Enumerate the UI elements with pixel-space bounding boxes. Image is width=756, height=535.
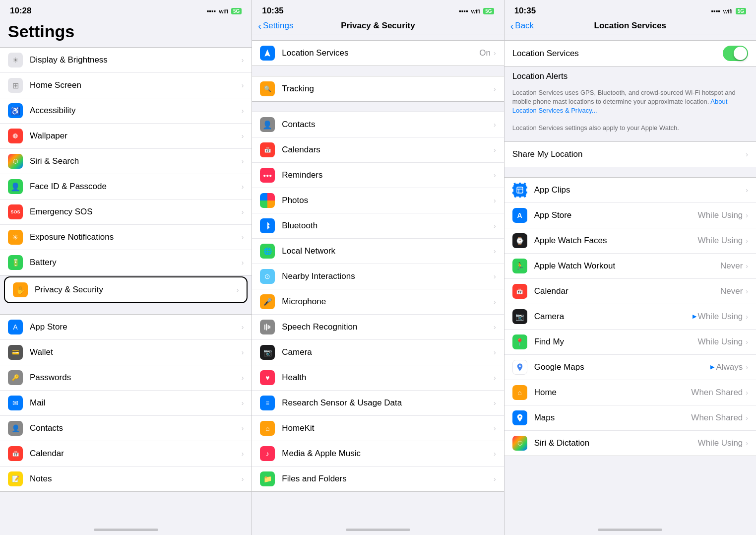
list-item-speechrec-p[interactable]: Speech Recognition › (252, 315, 504, 340)
home-indicator-2 (252, 524, 504, 535)
list-item-research-p[interactable]: ≡ Research Sensor & Usage Data › (252, 391, 504, 416)
chevron-appclips: › (746, 186, 748, 194)
list-item-battery[interactable]: 🔋 Battery › (0, 250, 252, 275)
list-item-maps-loc[interactable]: Maps When Shared › (504, 405, 756, 431)
list-item-calendar-loc[interactable]: 📅 Calendar Never › (504, 279, 756, 304)
share-my-location-item[interactable]: Share My Location › (504, 142, 756, 167)
list-item-camera-p[interactable]: 📷 Camera › (252, 340, 504, 365)
list-item-appclips[interactable]: App Clips › (504, 178, 756, 203)
camera-p-label: Camera (282, 347, 494, 357)
camera-loc-label: Camera (534, 312, 693, 322)
back-button-2[interactable]: ‹ Settings (258, 21, 293, 31)
passwords-icon: 🔑 (8, 370, 23, 385)
list-item-tracking[interactable]: 🔍 Tracking › (252, 76, 504, 101)
chevron-camera-p: › (494, 348, 496, 356)
location-description: Location Services uses GPS, Bluetooth, a… (504, 82, 756, 122)
chevron-notes: › (242, 475, 244, 483)
localnet-p-icon: 🌐 (260, 244, 275, 259)
list-item-watchfaces-loc[interactable]: ⌚ Apple Watch Faces While Using › (504, 228, 756, 254)
chevron-faceid: › (242, 183, 244, 191)
googlemaps-loc-arrow-icon: ▶ (710, 364, 714, 370)
list-item-googlemaps-loc[interactable]: Google Maps ▶ Always › (504, 355, 756, 380)
list-item-localnet-p[interactable]: 🌐 Local Network › (252, 239, 504, 264)
list-item-files-p[interactable]: 📁 Files and Folders › (252, 467, 504, 491)
wallpaper-label: Wallpaper (30, 131, 242, 141)
settings-group-top: ☀ Display & Brightness › ⊞ Home Screen ›… (0, 47, 252, 275)
list-item-appstore[interactable]: A App Store › (0, 315, 252, 340)
settings-scroll[interactable]: ☀ Display & Brightness › ⊞ Home Screen ›… (0, 47, 252, 524)
list-item-bluetooth-p[interactable]: Bluetooth › (252, 213, 504, 239)
files-p-icon: 📁 (260, 471, 275, 486)
list-item-homescreen[interactable]: ⊞ Home Screen › (0, 73, 252, 98)
speechrec-p-icon (260, 320, 275, 334)
list-item-sos[interactable]: SOS Emergency SOS › (0, 200, 252, 225)
back-button-3[interactable]: ‹ Back (510, 21, 534, 31)
maps-loc-icon (512, 410, 527, 425)
spacer-4 (504, 167, 756, 177)
list-item-photos-p[interactable]: Photos › (252, 188, 504, 213)
list-item-display[interactable]: ☀ Display & Brightness › (0, 48, 252, 73)
list-item-homekit-p[interactable]: ⌂ HomeKit › (252, 416, 504, 441)
list-item-siri[interactable]: ⬡ Siri & Search › (0, 149, 252, 174)
chevron-findmy-loc: › (746, 338, 748, 346)
list-item-notes[interactable]: 📝 Notes › (0, 467, 252, 491)
list-item-home-loc[interactable]: ⌂ Home When Shared › (504, 380, 756, 405)
privacy-scroll[interactable]: Location Services On › 🔍 Tracking › 👤 Co… (252, 35, 504, 524)
list-item-calendar-bottom[interactable]: 📅 Calendar › (0, 441, 252, 467)
list-item-watchworkout-loc[interactable]: 🏃 Apple Watch Workout Never › (504, 254, 756, 279)
location-scroll[interactable]: Location Services Location Alerts Locati… (504, 35, 756, 524)
battery-icon: 🔋 (8, 255, 23, 270)
chevron-contacts-p: › (494, 121, 496, 129)
list-item-contacts-bottom[interactable]: 👤 Contacts › (0, 416, 252, 441)
nearby-p-icon: ⊙ (260, 269, 275, 284)
list-item-media-p[interactable]: ♪ Media & Apple Music › (252, 441, 504, 467)
wifi-icon-1: wifi (219, 7, 228, 15)
home-loc-label: Home (534, 388, 692, 398)
bottom-spacer-3 (504, 456, 756, 476)
list-item-calendars-p[interactable]: 📅 Calendars › (252, 137, 504, 163)
list-item-accessibility[interactable]: ♿ Accessibility › (0, 98, 252, 124)
list-item-wallpaper[interactable]: ❁ Wallpaper › (0, 124, 252, 149)
chevron-display: › (242, 56, 244, 64)
share-my-location-label: Share My Location (512, 149, 746, 159)
status-bar-3: 10:35 ▪▪▪▪ wifi 5G (504, 0, 756, 19)
list-item-camera-loc[interactable]: 📷 Camera ▶ While Using › (504, 304, 756, 330)
list-item-wallet[interactable]: 💳 Wallet › (0, 340, 252, 365)
photos-p-label: Photos (282, 196, 494, 205)
list-item-privacy-selected[interactable]: ✋ Privacy & Security › (5, 277, 247, 302)
notes-label: Notes (30, 474, 242, 484)
list-item-findmy-loc[interactable]: 📍 Find My While Using › (504, 330, 756, 355)
home-bar-1 (94, 529, 158, 531)
list-item-faceid[interactable]: 👤 Face ID & Passcode › (0, 174, 252, 200)
list-item-mail[interactable]: ✉ Mail › (0, 391, 252, 416)
list-item-appstore-loc[interactable]: A App Store While Using › (504, 203, 756, 228)
camera-p-icon: 📷 (260, 345, 275, 360)
status-icons-1: ▪▪▪▪ wifi 5G (207, 7, 242, 15)
privacy-label-selected: Privacy & Security (35, 285, 237, 295)
location-toggle[interactable] (723, 46, 748, 61)
notes-icon: 📝 (8, 471, 23, 486)
chevron-files-p: › (494, 475, 496, 483)
list-item-exposure[interactable]: ✳ Exposure Notifications › (0, 225, 252, 250)
list-item-siri-loc[interactable]: ⬡ Siri & Dictation While Using › (504, 431, 756, 456)
homescreen-label: Home Screen (30, 80, 242, 90)
location-toggle-label: Location Services (512, 49, 723, 59)
panel-location-services: 10:35 ▪▪▪▪ wifi 5G ‹ Back Location Servi… (504, 0, 756, 535)
list-item-microphone-p[interactable]: 🎤 Microphone › (252, 289, 504, 315)
list-item-passwords[interactable]: 🔑 Passwords › (0, 365, 252, 391)
location-services-item[interactable]: Location Services On › (252, 41, 504, 66)
camera-loc-arrow-icon: ▶ (693, 313, 696, 320)
exposure-icon: ✳ (8, 230, 23, 245)
status-time-1: 10:28 (10, 6, 31, 16)
location-toggle-item: Location Services (504, 41, 756, 66)
list-item-health-p[interactable]: ♥ Health › (252, 365, 504, 391)
list-item-reminders-p[interactable]: ●●● Reminders › (252, 163, 504, 188)
watchfaces-loc-icon: ⌚ (512, 233, 527, 248)
accessibility-label: Accessibility (30, 106, 242, 116)
location-apps-group: App Clips › A App Store While Using › ⌚ … (504, 177, 756, 456)
list-item-contacts-p[interactable]: 👤 Contacts › (252, 112, 504, 137)
list-item-nearby-p[interactable]: ⊙ Nearby Interactions › (252, 264, 504, 289)
wallet-icon: 💳 (8, 345, 23, 360)
camera-loc-value-block: ▶ While Using (693, 312, 743, 322)
media-p-label: Media & Apple Music (282, 449, 494, 459)
